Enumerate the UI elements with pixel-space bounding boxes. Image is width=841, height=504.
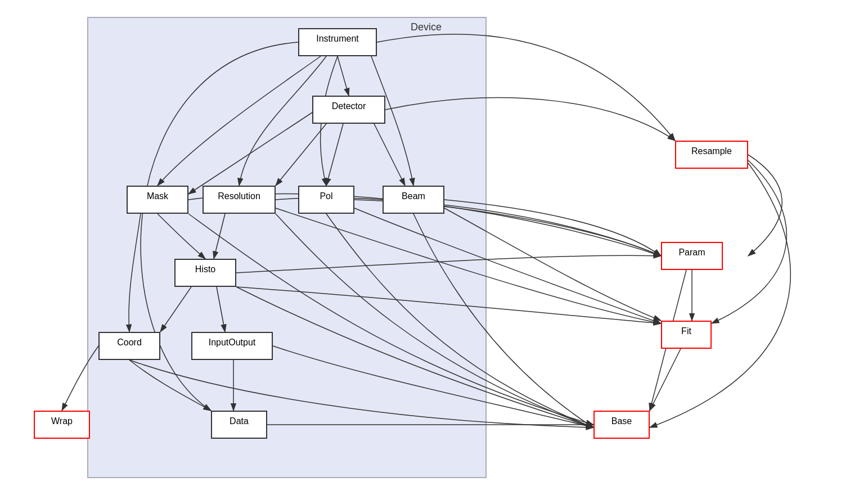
base-node: Base — [593, 411, 650, 439]
svg-line-2 — [188, 112, 312, 194]
svg-line-1 — [338, 56, 349, 96]
svg-line-8 — [217, 287, 225, 332]
fit-node: Fit — [661, 321, 712, 349]
svg-line-3 — [276, 124, 326, 186]
svg-line-5 — [371, 118, 405, 186]
detector-node: Detector — [312, 96, 385, 124]
pol-node: Pol — [298, 186, 354, 214]
svg-line-12 — [650, 349, 681, 411]
coord-node: Coord — [98, 332, 160, 360]
wrap-node: Wrap — [34, 411, 90, 439]
param-node: Param — [661, 242, 723, 270]
diagram-container: Device — [0, 0, 841, 504]
svg-line-4 — [326, 124, 343, 186]
resample-node: Resample — [675, 141, 748, 169]
beam-node: Beam — [383, 186, 444, 214]
data-node: Data — [211, 411, 267, 439]
histo-node: Histo — [174, 259, 236, 287]
svg-line-7 — [160, 287, 191, 332]
instrument-node: Instrument — [298, 28, 377, 56]
inputoutput-node: InputOutput — [191, 332, 273, 360]
resolution-node: Resolution — [203, 186, 276, 214]
mask-node: Mask — [127, 186, 188, 214]
